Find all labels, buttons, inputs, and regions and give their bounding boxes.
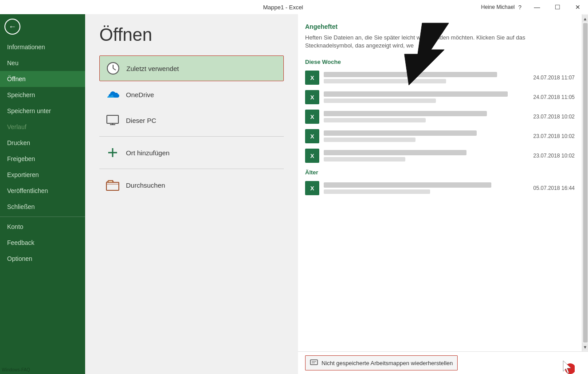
- app-body: ← Informationen Neu Öffnen Speichern Spe…: [0, 14, 588, 374]
- pinned-header: Angeheftet: [298, 21, 582, 34]
- excel-icon: X: [305, 181, 319, 195]
- sidebar: ← Informationen Neu Öffnen Speichern Spe…: [0, 14, 85, 374]
- location-ort-label: Ort hinzufügen: [126, 149, 169, 157]
- sidebar-item-optionen[interactable]: Optionen: [0, 251, 85, 267]
- location-zuletzt-label: Zuletzt verwendet: [126, 65, 179, 72]
- location-dieser-pc-label: Dieser PC: [126, 117, 156, 124]
- location-ort-hinzufugen[interactable]: Ort hinzufügen: [99, 140, 284, 165]
- location-zuletzt[interactable]: Zuletzt verwendet: [99, 55, 284, 81]
- file-date: 23.07.2018 10:02: [533, 153, 575, 159]
- cursor-indicator: [561, 360, 575, 374]
- sidebar-item-neu[interactable]: Neu: [0, 55, 85, 71]
- scrollbar-up[interactable]: ▲: [582, 15, 588, 22]
- sidebar-item-schliessen[interactable]: Schließen: [0, 199, 85, 215]
- titlebar-user: Heine Michael: [481, 4, 515, 10]
- content-area: Öffnen Zuletzt verwendet: [85, 14, 588, 374]
- file-info: [324, 150, 528, 161]
- right-scroll-content: Angeheftet Heften Sie Dateien an, die Si…: [298, 14, 582, 351]
- svg-rect-8: [106, 182, 119, 190]
- location-dieser-pc[interactable]: Dieser PC: [99, 108, 284, 133]
- pinned-description: Heften Sie Dateien an, die Sie später le…: [298, 34, 582, 55]
- file-name-blurred: [324, 72, 497, 77]
- location-divider: [99, 136, 284, 137]
- browse-icon: [105, 177, 121, 193]
- file-date: 24.07.2018 11:05: [533, 94, 575, 100]
- sidebar-item-exportieren[interactable]: Exportieren: [0, 167, 85, 183]
- file-name-blurred: [324, 91, 508, 97]
- titlebar-right: Heine Michael ? — ☐ ✕: [481, 0, 588, 14]
- sidebar-item-speichern[interactable]: Speichern: [0, 87, 85, 103]
- sidebar-item-oeffnen[interactable]: Öffnen: [0, 71, 85, 87]
- excel-icon: X: [305, 90, 319, 104]
- clock-icon: [105, 60, 121, 76]
- file-row[interactable]: X 05.07.2018 16:44: [298, 178, 582, 198]
- bottom-bar: Nicht gespeicherte Arbeitsmappen wiederh…: [298, 351, 588, 374]
- file-row[interactable]: X 23.07.2018 10:02: [298, 107, 582, 126]
- open-panel: Öffnen Zuletzt verwendet: [85, 14, 588, 374]
- file-path-blurred: [324, 189, 430, 194]
- diese-woche-header: Diese Woche: [298, 55, 582, 68]
- file-info: [324, 130, 528, 142]
- svg-rect-12: [310, 360, 318, 365]
- svg-marker-16: [563, 361, 571, 373]
- restore-label: Nicht gespeicherte Arbeitsmappen wiederh…: [321, 360, 453, 366]
- location-onedrive-label: OneDrive: [126, 91, 154, 98]
- add-location-icon: [105, 145, 121, 161]
- restore-button[interactable]: Nicht gespeicherte Arbeitsmappen wiederh…: [305, 355, 458, 370]
- sidebar-item-verlauf: Verlauf: [0, 119, 85, 135]
- sidebar-item-drucken[interactable]: Drucken: [0, 135, 85, 151]
- file-date: 23.07.2018 10:02: [533, 114, 575, 120]
- sidebar-nav: Informationen Neu Öffnen Speichern Speic…: [0, 39, 85, 374]
- titlebar: Mappe1 - Excel Heine Michael ? — ☐ ✕: [0, 0, 588, 14]
- right-inner: Angeheftet Heften Sie Dateien an, die Si…: [298, 14, 588, 351]
- file-info: [324, 182, 528, 194]
- watermark: Windows-FAQ: [2, 367, 30, 372]
- file-date: 23.07.2018 10:02: [533, 133, 575, 139]
- minimize-button[interactable]: —: [527, 0, 547, 14]
- file-name-blurred: [324, 182, 491, 188]
- aelter-header: Älter: [298, 165, 582, 178]
- file-name-blurred: [324, 130, 477, 136]
- back-arrow-icon: ←: [4, 19, 20, 35]
- page-title: Öffnen: [99, 25, 284, 45]
- file-name-blurred: [324, 150, 466, 155]
- sidebar-item-informationen[interactable]: Informationen: [0, 39, 85, 55]
- scrollbar-down[interactable]: ▼: [582, 343, 588, 350]
- location-onedrive[interactable]: OneDrive: [99, 82, 284, 107]
- excel-icon: X: [305, 71, 319, 85]
- file-path-blurred: [324, 79, 446, 83]
- scrollbar[interactable]: ▲ ▼: [582, 14, 588, 351]
- sidebar-item-feedback[interactable]: Feedback: [0, 235, 85, 251]
- file-row[interactable]: X 24.07.2018 11:05: [298, 87, 582, 107]
- sidebar-item-freigeben[interactable]: Freigeben: [0, 151, 85, 167]
- sidebar-divider: [0, 217, 85, 217]
- file-path-blurred: [324, 118, 426, 122]
- back-button[interactable]: ←: [0, 14, 25, 39]
- location-durchsuchen[interactable]: Durchsuchen: [99, 173, 284, 197]
- svg-rect-3: [107, 115, 118, 123]
- svg-rect-9: [108, 181, 113, 182]
- file-row[interactable]: X 24.07.2018 11:07: [298, 68, 582, 87]
- scrollbar-thumb[interactable]: [583, 23, 588, 343]
- file-row[interactable]: X 23.07.2018 10:02: [298, 126, 582, 146]
- restore-icon: [310, 358, 318, 367]
- sidebar-item-speichern-unter[interactable]: Speichern unter: [0, 103, 85, 119]
- file-path-blurred: [324, 157, 405, 161]
- onedrive-icon: [105, 87, 121, 102]
- help-button[interactable]: ?: [518, 4, 521, 11]
- sidebar-item-veroffentlichen[interactable]: Veröffentlichen: [0, 183, 85, 199]
- maximize-button[interactable]: ☐: [547, 0, 568, 14]
- location-divider-2: [99, 169, 284, 169]
- file-name-blurred: [324, 111, 487, 116]
- titlebar-title: Mappe1 - Excel: [85, 4, 481, 11]
- excel-icon: X: [305, 149, 319, 163]
- close-button[interactable]: ✕: [568, 0, 588, 14]
- sidebar-item-konto[interactable]: Konto: [0, 219, 85, 235]
- file-info: [324, 72, 528, 83]
- location-durchsuchen-label: Durchsuchen: [126, 181, 165, 189]
- file-row[interactable]: X 23.07.2018 10:02: [298, 146, 582, 165]
- pc-icon: [105, 112, 121, 128]
- open-right: Angeheftet Heften Sie Dateien an, die Si…: [298, 14, 588, 374]
- file-date: 24.07.2018 11:07: [533, 75, 575, 81]
- svg-point-15: [565, 363, 575, 374]
